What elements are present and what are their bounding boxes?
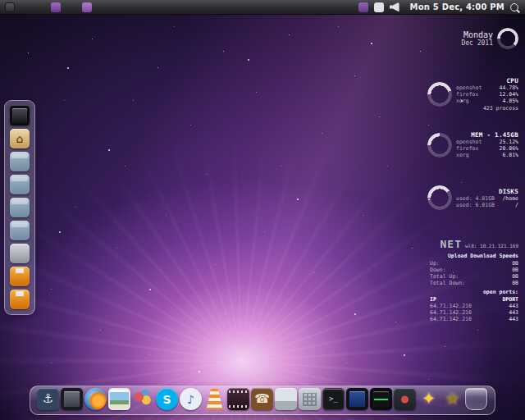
disks-widget: DISKS used: 4.01GB/homeused: 6.01GB/ — [427, 185, 518, 210]
calendar-date: Dec 2011 — [461, 39, 493, 47]
media-indicator-icon[interactable] — [358, 2, 368, 12]
net-col-dport: DPORT — [502, 296, 518, 303]
calculator-icon[interactable] — [299, 388, 321, 410]
desktop: Mon 5 Dec, 4:00 PM ⌂ Monday Dec 2011 CPU… — [0, 0, 525, 420]
cpu-text: CPU openshot44.78%firefox12.04%xorg4.05%… — [456, 77, 518, 112]
balloons-icon[interactable] — [132, 388, 154, 410]
displays-icon[interactable] — [346, 388, 368, 410]
drive-icon[interactable] — [10, 244, 30, 263]
spotlight-search-icon[interactable] — [510, 3, 518, 11]
distro-menu-icon[interactable] — [5, 2, 15, 12]
contacts-icon[interactable]: ☎ — [251, 388, 273, 410]
music-folder-icon[interactable] — [10, 175, 30, 194]
net-port-row: 64.71.142.210443 — [430, 303, 518, 309]
net-header: NET wl0: 10.21.121.169 — [430, 238, 518, 250]
menubar-left-icons — [5, 2, 92, 12]
usb-drive-1-icon[interactable] — [10, 267, 30, 286]
cpu-ring — [427, 82, 452, 107]
net-interface: wl0: 10.21.121.169 — [465, 243, 518, 249]
anchor-app-icon[interactable]: ⚓ — [37, 388, 59, 410]
cpu-process-row: openshot44.78% — [456, 84, 518, 91]
net-port-row: 64.71.142.210443 — [430, 316, 518, 322]
net-speed-row: Total Down:0B — [430, 280, 518, 286]
mem-ring — [427, 133, 452, 158]
cpu-widget: CPU openshot44.78%firefox12.04%xorg4.05%… — [427, 77, 518, 112]
hard-drive-icon[interactable] — [275, 388, 297, 410]
display-icon[interactable] — [10, 106, 30, 126]
usb-drive-2-icon[interactable] — [10, 290, 30, 309]
terminal-icon[interactable]: >_ — [322, 388, 345, 410]
clock-ring — [497, 28, 518, 49]
menubar-right: Mon 5 Dec, 4:00 PM — [358, 2, 520, 12]
net-speeds-title: Upload Download Speeds — [448, 253, 518, 259]
menubar-indicator-icons — [358, 2, 399, 12]
system-monitor-icon[interactable] — [370, 388, 392, 410]
cpu-process-row: xorg4.05% — [456, 98, 518, 104]
cpu-title: CPU — [456, 77, 518, 84]
net-col-ip: IP — [430, 296, 436, 303]
aurora-rays — [0, 0, 525, 420]
menubar: Mon 5 Dec, 4:00 PM — [0, 0, 525, 15]
disks-ring — [427, 185, 452, 210]
sparkle-star-icon[interactable]: ✦ — [418, 388, 440, 410]
mem-process-row: xorg6.01% — [456, 152, 518, 158]
net-title: NET — [440, 238, 461, 250]
cpu-footer: 423 process — [456, 105, 518, 112]
itunes-icon[interactable]: ♪ — [180, 388, 202, 410]
disks-title: DISKS — [456, 188, 518, 195]
movie-player-icon[interactable] — [227, 388, 249, 410]
documents-folder-icon[interactable] — [10, 152, 30, 171]
net-speed-row: Total Up:0B — [430, 273, 518, 280]
bottom-dock: ⚓S♪☎>_✦★ — [37, 388, 487, 410]
clock-widget: Monday Dec 2011 — [461, 28, 518, 49]
dock-settings-icon[interactable] — [61, 388, 83, 410]
left-dock: ⌂ — [4, 100, 35, 315]
mem-process-row: openshot25.12% — [456, 139, 518, 145]
disk-usage-row: used: 4.01GB/home — [456, 195, 518, 202]
cpu-process-row: firefox12.04% — [456, 91, 518, 98]
net-speed-row: Down:0B — [430, 267, 518, 273]
disks-text: DISKS used: 4.01GB/homeused: 6.01GB/ — [456, 188, 518, 208]
trash-icon[interactable] — [465, 388, 487, 410]
net-speed-row: Up:0B — [430, 260, 518, 267]
dark-star-icon[interactable]: ★ — [441, 388, 463, 410]
home-folder-icon[interactable]: ⌂ — [10, 129, 30, 148]
photos-icon[interactable] — [108, 388, 130, 410]
calendar-text: Monday Dec 2011 — [461, 30, 493, 47]
menubar-clock[interactable]: Mon 5 Dec, 4:00 PM — [410, 2, 504, 11]
disk-usage-row: used: 6.01GB/ — [456, 202, 518, 208]
videos-folder-icon[interactable] — [10, 221, 30, 240]
mem-title: MEM - 1.45GB — [456, 131, 518, 139]
firefox-icon[interactable] — [84, 388, 107, 410]
net-ports-header-row: IP DPORT — [430, 296, 518, 303]
volume-indicator-icon[interactable] — [390, 2, 399, 12]
mem-process-row: firefox20.06% — [456, 145, 518, 152]
net-port-row: 64.71.142.210443 — [430, 309, 518, 316]
calendar-weekday: Monday — [461, 30, 493, 39]
mem-widget: MEM - 1.45GB openshot25.12%firefox20.06%… — [427, 131, 518, 158]
package-manager-icon[interactable] — [394, 388, 416, 410]
skype-icon[interactable]: S — [156, 388, 178, 410]
app-indicator-icon[interactable] — [82, 2, 92, 12]
vlc-icon[interactable] — [203, 388, 226, 410]
microphone-indicator-icon[interactable] — [374, 2, 384, 12]
pictures-folder-icon[interactable] — [10, 198, 30, 217]
mem-text: MEM - 1.45GB openshot25.12%firefox20.06%… — [456, 131, 518, 158]
workspace-indicator-icon[interactable] — [51, 2, 61, 12]
net-widget: NET wl0: 10.21.121.169 Upload Download S… — [430, 238, 518, 322]
net-ports-table: IP DPORT 64.71.142.21044364.71.142.21044… — [430, 296, 518, 322]
net-ports-title: open ports: — [483, 289, 518, 295]
